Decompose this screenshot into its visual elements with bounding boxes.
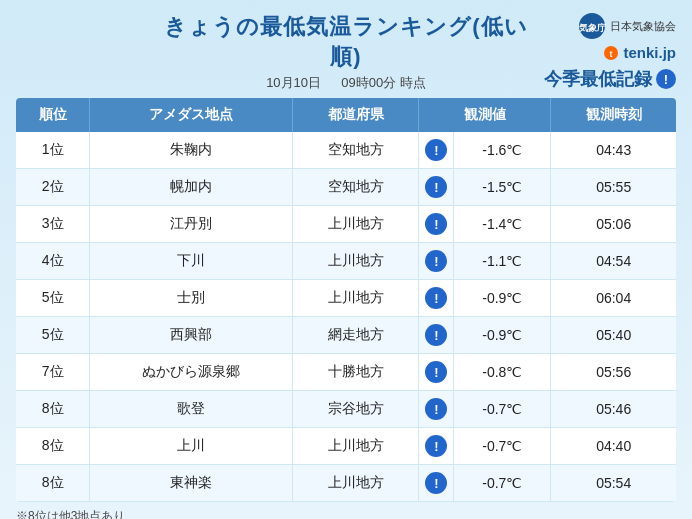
cell-time: 05:06 bbox=[551, 206, 676, 243]
cell-time: 04:54 bbox=[551, 243, 676, 280]
table-row: 7位ぬかびら源泉郷十勝地方!-0.8℃05:56 bbox=[16, 354, 676, 391]
cell-prefecture: 上川地方 bbox=[293, 280, 419, 317]
alert-icon: ! bbox=[425, 139, 447, 161]
cell-time: 05:55 bbox=[551, 169, 676, 206]
main-container: きょうの最低気温ランキング(低い順) 10月10日 09時00分 時点 気象庁 … bbox=[0, 0, 692, 519]
table-row: 1位朱鞠内空知地方!-1.6℃04:43 bbox=[16, 132, 676, 169]
cell-station: 東神楽 bbox=[90, 465, 293, 502]
alert-icon: ! bbox=[425, 250, 447, 272]
col-prefecture: 都道府県 bbox=[293, 98, 419, 132]
cell-rank: 2位 bbox=[16, 169, 90, 206]
cell-alert: ! bbox=[419, 354, 454, 391]
cell-prefecture: 網走地方 bbox=[293, 317, 419, 354]
table-row: 5位士別上川地方!-0.9℃06:04 bbox=[16, 280, 676, 317]
cell-station: 上川 bbox=[90, 428, 293, 465]
cell-value: -1.6℃ bbox=[454, 132, 551, 169]
svg-text:t: t bbox=[610, 49, 613, 59]
cell-station: 江丹別 bbox=[90, 206, 293, 243]
cell-alert: ! bbox=[419, 391, 454, 428]
alert-icon: ! bbox=[425, 287, 447, 309]
col-rank: 順位 bbox=[16, 98, 90, 132]
subtitle-date: 10月10日 bbox=[266, 75, 321, 90]
cell-alert: ! bbox=[419, 465, 454, 502]
cell-alert: ! bbox=[419, 428, 454, 465]
cell-prefecture: 上川地方 bbox=[293, 243, 419, 280]
table-row: 2位幌加内空知地方!-1.5℃05:55 bbox=[16, 169, 676, 206]
alert-icon: ! bbox=[425, 361, 447, 383]
table-row: 5位西興部網走地方!-0.9℃05:40 bbox=[16, 317, 676, 354]
cell-prefecture: 空知地方 bbox=[293, 169, 419, 206]
table-row: 4位下川上川地方!-1.1℃04:54 bbox=[16, 243, 676, 280]
cell-rank: 7位 bbox=[16, 354, 90, 391]
tenki-icon: t bbox=[603, 45, 619, 61]
cell-alert: ! bbox=[419, 169, 454, 206]
cell-alert: ! bbox=[419, 317, 454, 354]
cell-rank: 8位 bbox=[16, 428, 90, 465]
table-row: 8位上川上川地方!-0.7℃04:40 bbox=[16, 428, 676, 465]
jma-logo-icon: 気象庁 bbox=[578, 12, 606, 40]
alert-icon: ! bbox=[425, 324, 447, 346]
cell-prefecture: 上川地方 bbox=[293, 206, 419, 243]
cell-prefecture: 宗谷地方 bbox=[293, 391, 419, 428]
cell-time: 06:04 bbox=[551, 280, 676, 317]
col-station: アメダス地点 bbox=[90, 98, 293, 132]
cell-time: 05:54 bbox=[551, 465, 676, 502]
tenki-logo-area: t tenki.jp bbox=[603, 44, 676, 61]
cell-alert: ! bbox=[419, 132, 454, 169]
table-row: 8位歌登宗谷地方!-0.7℃05:46 bbox=[16, 391, 676, 428]
table-row: 3位江丹別上川地方!-1.4℃05:06 bbox=[16, 206, 676, 243]
table-header-row: 順位 アメダス地点 都道府県 観測値 観測時刻 bbox=[16, 98, 676, 132]
cell-station: 下川 bbox=[90, 243, 293, 280]
season-label: 今季最低記録 bbox=[544, 67, 652, 91]
main-title: きょうの最低気温ランキング(低い順) bbox=[156, 12, 536, 72]
cell-prefecture: 十勝地方 bbox=[293, 354, 419, 391]
cell-prefecture: 上川地方 bbox=[293, 428, 419, 465]
cell-value: -1.5℃ bbox=[454, 169, 551, 206]
cell-value: -1.1℃ bbox=[454, 243, 551, 280]
cell-rank: 5位 bbox=[16, 317, 90, 354]
svg-text:気象庁: 気象庁 bbox=[578, 22, 606, 33]
cell-station: ぬかびら源泉郷 bbox=[90, 354, 293, 391]
cell-time: 04:43 bbox=[551, 132, 676, 169]
ranking-table: 順位 アメダス地点 都道府県 観測値 観測時刻 1位朱鞠内空知地方!-1.6℃0… bbox=[16, 98, 676, 502]
cell-prefecture: 上川地方 bbox=[293, 465, 419, 502]
header: きょうの最低気温ランキング(低い順) 10月10日 09時00分 時点 気象庁 … bbox=[16, 12, 676, 92]
cell-rank: 8位 bbox=[16, 465, 90, 502]
cell-time: 05:46 bbox=[551, 391, 676, 428]
tenki-label: tenki.jp bbox=[623, 44, 676, 61]
table-row: 8位東神楽上川地方!-0.7℃05:54 bbox=[16, 465, 676, 502]
cell-station: 幌加内 bbox=[90, 169, 293, 206]
cell-value: -1.4℃ bbox=[454, 206, 551, 243]
subtitle-time: 09時00分 bbox=[341, 75, 396, 90]
alert-icon: ! bbox=[425, 472, 447, 494]
cell-alert: ! bbox=[419, 206, 454, 243]
cell-rank: 1位 bbox=[16, 132, 90, 169]
subtitle: 10月10日 09時00分 時点 bbox=[156, 74, 536, 92]
cell-value: -0.7℃ bbox=[454, 465, 551, 502]
alert-icon: ! bbox=[425, 398, 447, 420]
cell-alert: ! bbox=[419, 243, 454, 280]
cell-station: 西興部 bbox=[90, 317, 293, 354]
cell-rank: 4位 bbox=[16, 243, 90, 280]
cell-time: 05:40 bbox=[551, 317, 676, 354]
cell-value: -0.7℃ bbox=[454, 391, 551, 428]
jma-logo: 気象庁 日本気象協会 bbox=[578, 12, 676, 40]
jma-label: 日本気象協会 bbox=[610, 19, 676, 34]
alert-icon: ! bbox=[425, 213, 447, 235]
title-area: きょうの最低気温ランキング(低い順) 10月10日 09時00分 時点 bbox=[156, 12, 536, 92]
season-alert-icon: ! bbox=[656, 69, 676, 89]
subtitle-suffix: 時点 bbox=[400, 75, 426, 90]
cell-rank: 8位 bbox=[16, 391, 90, 428]
season-badge: 今季最低記録 ! bbox=[544, 67, 676, 91]
alert-icon: ! bbox=[425, 176, 447, 198]
cell-rank: 3位 bbox=[16, 206, 90, 243]
cell-value: -0.7℃ bbox=[454, 428, 551, 465]
cell-time: 05:56 bbox=[551, 354, 676, 391]
cell-prefecture: 空知地方 bbox=[293, 132, 419, 169]
cell-value: -0.9℃ bbox=[454, 280, 551, 317]
cell-station: 士別 bbox=[90, 280, 293, 317]
alert-icon: ! bbox=[425, 435, 447, 457]
cell-alert: ! bbox=[419, 280, 454, 317]
col-time: 観測時刻 bbox=[551, 98, 676, 132]
cell-value: -0.9℃ bbox=[454, 317, 551, 354]
